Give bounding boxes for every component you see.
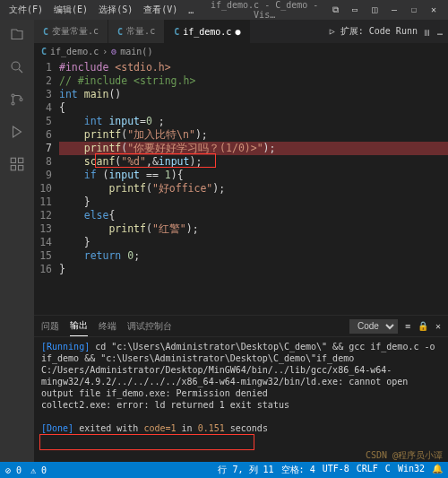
c-file-icon: C (43, 27, 48, 37)
sidebar-icon[interactable]: ◫ (369, 4, 380, 15)
code-line[interactable]: } (59, 263, 448, 276)
code-line[interactable]: printf("加入比特\n"); (59, 128, 448, 142)
bottom-panel: 问题 输出 终端 调试控制台 Code ≡ 🔒 ✕ [Running] cd "… (34, 315, 448, 462)
tab-1[interactable]: C 常量.c (108, 20, 165, 43)
function-icon: ⚙ (111, 47, 116, 56)
svg-rect-7 (19, 166, 23, 170)
panel-tab-terminal[interactable]: 终端 (99, 317, 116, 336)
done-label: [Done] (41, 423, 73, 433)
code-line[interactable]: return 0; (59, 249, 448, 263)
status-warnings[interactable]: ⚠ 0 (30, 465, 47, 475)
tab-0[interactable]: C 变量常量.c (34, 20, 108, 43)
code-line[interactable]: int main() (59, 88, 448, 101)
breadcrumb[interactable]: C if_demo.c › ⚙ main() (34, 43, 448, 59)
status-bar: ⊘ 0 ⚠ 0 行 7, 列 11 空格: 4 UTF-8 CRLF C Win… (0, 462, 448, 478)
panel-tabs: 问题 输出 终端 调试控制台 Code ≡ 🔒 ✕ (34, 316, 448, 337)
svg-point-2 (12, 102, 14, 105)
menu-view[interactable]: 查看(V) (138, 4, 183, 16)
layout-icon[interactable]: ⧉ (330, 4, 340, 15)
output-line: seconds (225, 423, 268, 433)
output-line: cd "c:\Users\Administrator\Desktop\C_dem… (41, 342, 435, 363)
c-file-icon: C (117, 27, 123, 37)
status-platform[interactable]: Win32 (398, 464, 425, 476)
run-debug-icon[interactable] (7, 122, 27, 142)
status-eol[interactable]: CRLF (357, 464, 378, 476)
svg-point-0 (12, 62, 20, 70)
menu-more[interactable]: … (183, 5, 199, 15)
close-icon[interactable]: ✕ (428, 4, 439, 15)
search-icon[interactable] (7, 57, 27, 77)
code-line[interactable]: // #include <string.h> (59, 74, 448, 88)
output-lock-icon[interactable]: 🔒 (418, 321, 428, 331)
line-gutter: 12345678910111213141516 (34, 59, 59, 315)
code-line[interactable]: } (59, 196, 448, 209)
c-file-icon: C (41, 47, 47, 56)
status-bell-icon[interactable]: 🔔 (432, 464, 443, 476)
running-label: [Running] (41, 342, 90, 352)
status-errors[interactable]: ⊘ 0 (5, 465, 22, 475)
code-line[interactable]: #include <stdio.h> (59, 61, 448, 74)
panel-tab-output[interactable]: 输出 (70, 316, 88, 336)
tab-label: 常量.c (126, 25, 155, 38)
code-line[interactable]: if (input == 1){ (59, 169, 448, 182)
c-file-icon: C (174, 27, 179, 37)
explorer-icon[interactable] (7, 25, 27, 45)
menu-file[interactable]: 文件(F) (4, 4, 48, 16)
tab-label: if_demo.c (183, 27, 231, 37)
svg-rect-6 (11, 166, 15, 170)
code-line[interactable]: { (59, 101, 448, 115)
dirty-dot-icon: ● (235, 27, 240, 37)
panel-close-icon[interactable]: ✕ (435, 321, 441, 331)
title-bar: 文件(F) 编辑(E) 选择(S) 查看(V) … if_demo.c - C_… (0, 0, 448, 20)
code-line[interactable]: scanf("%d",&input); (59, 155, 448, 169)
svg-point-1 (12, 94, 14, 97)
panel-tab-problems[interactable]: 问题 (41, 317, 59, 336)
code-line[interactable]: printf("好office"); (59, 182, 448, 196)
output-line: collect2.exe: error: ld returned 1 exit … (41, 399, 441, 411)
output-line: C:/Users/Administrator/Desktop/MinGW64/b… (41, 364, 441, 399)
chevron-right-icon: › (102, 47, 108, 56)
editor-tabs: C 变量常量.c C 常量.c C if_demo.c ● ▷ 扩展: Code… (34, 20, 448, 43)
more-icon[interactable]: … (437, 27, 443, 37)
menu-select[interactable]: 选择(S) (93, 4, 138, 16)
highlight-box-done (39, 434, 254, 450)
exit-code: code=1 (143, 423, 176, 433)
breadcrumb-symbol[interactable]: main() (120, 47, 152, 56)
status-cursor[interactable]: 行 7, 列 11 (218, 464, 273, 476)
panel-icon[interactable]: ▭ (349, 4, 360, 15)
status-indent[interactable]: 空格: 4 (281, 464, 315, 476)
window-title: if_demo.c - C_demo - Vis… (199, 0, 330, 20)
code-line[interactable]: int input=0 ; (59, 115, 448, 128)
svg-rect-4 (11, 158, 15, 162)
svg-rect-5 (19, 158, 23, 162)
window-controls: ⧉ ▭ ◫ — ☐ ✕ (330, 4, 444, 15)
maximize-icon[interactable]: ☐ (409, 4, 419, 15)
minimize-icon[interactable]: — (389, 4, 400, 15)
output-content[interactable]: [Running] cd "c:\Users\Administrator\Des… (34, 337, 448, 462)
tab-2[interactable]: C if_demo.c ● (165, 20, 250, 43)
tab-label: 变量常量.c (52, 25, 99, 38)
elapsed-time: 0.151 (198, 423, 225, 433)
code-line[interactable]: printf("红警"); (59, 222, 448, 236)
code-line[interactable]: printf("你要好好学习吗？(1/0)>"); (59, 142, 448, 155)
output-channel-select[interactable]: Code (349, 319, 398, 334)
extensions-icon[interactable] (7, 154, 27, 174)
output-line: in (177, 423, 198, 433)
breadcrumb-file[interactable]: if_demo.c (50, 47, 99, 56)
svg-point-3 (20, 99, 22, 101)
output-filter-icon[interactable]: ≡ (405, 321, 410, 331)
output-line: exited with (73, 423, 143, 433)
source-control-icon[interactable] (7, 90, 27, 109)
status-language[interactable]: C (385, 464, 391, 476)
menu-edit[interactable]: 编辑(E) (48, 4, 93, 16)
code-line[interactable]: else{ (59, 209, 448, 222)
code-editor[interactable]: 12345678910111213141516 #include <stdio.… (34, 59, 448, 315)
code-line[interactable]: } (59, 236, 448, 249)
panel-tab-debug[interactable]: 调试控制台 (127, 317, 172, 336)
split-editor-icon[interactable]: ⫼ (423, 27, 432, 37)
status-encoding[interactable]: UTF-8 (323, 464, 349, 476)
code-lines[interactable]: #include <stdio.h>// #include <string.h>… (59, 59, 448, 315)
run-code-button[interactable]: ▷ 扩展: Code Runn (330, 25, 418, 38)
activity-bar (0, 20, 34, 462)
